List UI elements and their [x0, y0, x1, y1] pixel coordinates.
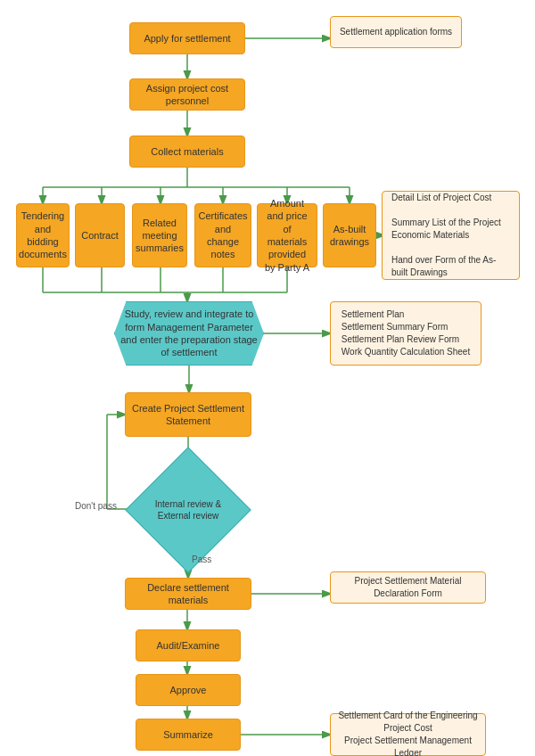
review-diamond-container: Internal review & External review	[144, 465, 233, 555]
apply-settlement-box: Apply for settlement	[129, 22, 245, 54]
dont-pass-label: Don't pass	[75, 501, 117, 511]
detail-list-box: Detail List of Project Cost Summary List…	[382, 191, 520, 280]
create-statement-box: Create Project Settlement Statement	[125, 392, 251, 437]
settlement-plan-box: Settlement Plan Settlement Summary Form …	[330, 301, 482, 366]
audit-examine-box: Audit/Examine	[136, 629, 241, 662]
collect-materials-box: Collect materials	[129, 136, 245, 168]
approve-box: Approve	[136, 674, 241, 706]
contract-box: Contract	[75, 203, 125, 267]
flowchart-diagram: Apply for settlement Settlement applicat…	[0, 0, 535, 756]
project-settlement-form-box: Project Settlement Material Declaration …	[330, 571, 486, 604]
meeting-box: Related meeting summaries	[132, 203, 187, 267]
settlement-card-box: Settlement Card of the Engineering Proje…	[330, 713, 486, 756]
settlement-forms-box: Settlement application forms	[330, 16, 462, 48]
tendering-box: Tendering and bidding documents	[16, 203, 70, 267]
amount-price-box: Amount and price of materials provided b…	[257, 203, 317, 267]
summarize-box: Summarize	[136, 719, 241, 751]
arrows-svg	[0, 0, 535, 756]
certificates-box: Certificates and change notes	[194, 203, 251, 267]
assign-personnel-box: Assign project cost personnel	[129, 78, 245, 111]
declare-materials-box: Declare settlement materials	[125, 578, 251, 610]
study-review-box: Study, review and integrate to form Mana…	[114, 301, 264, 366]
pass-label: Pass	[192, 555, 211, 564]
asbuilt-box: As-built drawings	[323, 203, 376, 267]
